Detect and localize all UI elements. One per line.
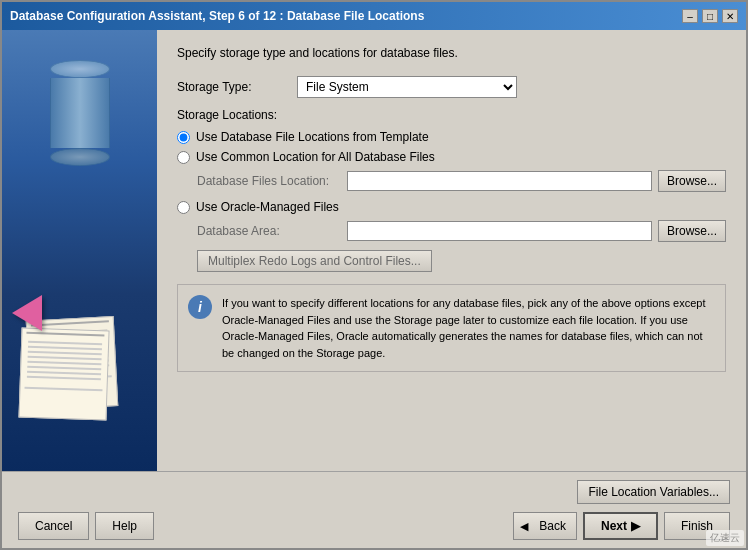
radio-option-3-row: Use Oracle-Managed Files [177,200,726,214]
right-panel: Specify storage type and locations for d… [157,30,746,471]
cancel-button[interactable]: Cancel [18,512,89,540]
close-button[interactable]: ✕ [722,9,738,23]
watermark: 亿速云 [706,530,744,546]
help-button[interactable]: Help [95,512,154,540]
form-section: Storage Type: File System Storage Locati… [177,76,726,455]
arrow-icon [12,295,42,331]
radio-option-2-row: Use Common Location for All Database Fil… [177,150,726,164]
back-arrow-button[interactable]: ◀ [513,512,533,540]
radio-use-oracle-managed-label: Use Oracle-Managed Files [196,200,339,214]
storage-type-row: Storage Type: File System [177,76,726,98]
maximize-button[interactable]: □ [702,9,718,23]
intro-text: Specify storage type and locations for d… [177,46,726,60]
info-icon: i [188,295,212,319]
info-text: If you want to specify different locatio… [222,295,715,361]
browse-button-1[interactable]: Browse... [658,170,726,192]
title-bar-buttons: – □ ✕ [682,9,738,23]
info-box: i If you want to specify different locat… [177,284,726,372]
db-files-location-label: Database Files Location: [197,174,347,188]
back-button[interactable]: Back [533,512,577,540]
next-button[interactable]: Next ▶ [583,512,658,540]
multiplex-button[interactable]: Multiplex Redo Logs and Control Files... [197,250,432,272]
title-bar: Database Configuration Assistant, Step 6… [2,2,746,30]
nav-right-buttons: ◀ Back Next ▶ Finish [513,512,730,540]
radio-use-common-location-label: Use Common Location for All Database Fil… [196,150,435,164]
db-area-input[interactable] [347,221,652,241]
db-area-label: Database Area: [197,224,347,238]
left-panel [2,30,157,471]
next-arrow-icon: ▶ [631,519,640,533]
file-location-row: File Location Variables... [18,480,730,504]
bottom-bar: File Location Variables... Cancel Help ◀… [2,471,746,548]
left-panel-image [2,30,157,471]
db-area-row: Database Area: Browse... [177,220,726,242]
nav-row: Cancel Help ◀ Back Next ▶ Finish [18,512,730,540]
browse-button-2[interactable]: Browse... [658,220,726,242]
window-title: Database Configuration Assistant, Step 6… [10,9,424,23]
radio-use-template[interactable] [177,131,190,144]
storage-locations-label: Storage Locations: [177,108,277,122]
file-location-variables-button[interactable]: File Location Variables... [577,480,730,504]
radio-option-1-row: Use Database File Locations from Templat… [177,130,726,144]
main-window: Database Configuration Assistant, Step 6… [0,0,748,550]
minimize-button[interactable]: – [682,9,698,23]
db-files-location-input[interactable] [347,171,652,191]
storage-type-select[interactable]: File System [297,76,517,98]
back-button-group: ◀ Back [513,512,577,540]
document-stack-icon [20,318,120,411]
database-cylinder-icon [50,60,110,166]
content-area: Specify storage type and locations for d… [2,30,746,471]
radio-use-common-location[interactable] [177,151,190,164]
storage-type-label: Storage Type: [177,80,297,94]
db-files-location-row: Database Files Location: Browse... [177,170,726,192]
nav-left-buttons: Cancel Help [18,512,154,540]
radio-use-oracle-managed[interactable] [177,201,190,214]
radio-use-template-label: Use Database File Locations from Templat… [196,130,429,144]
next-button-label: Next [601,519,627,533]
